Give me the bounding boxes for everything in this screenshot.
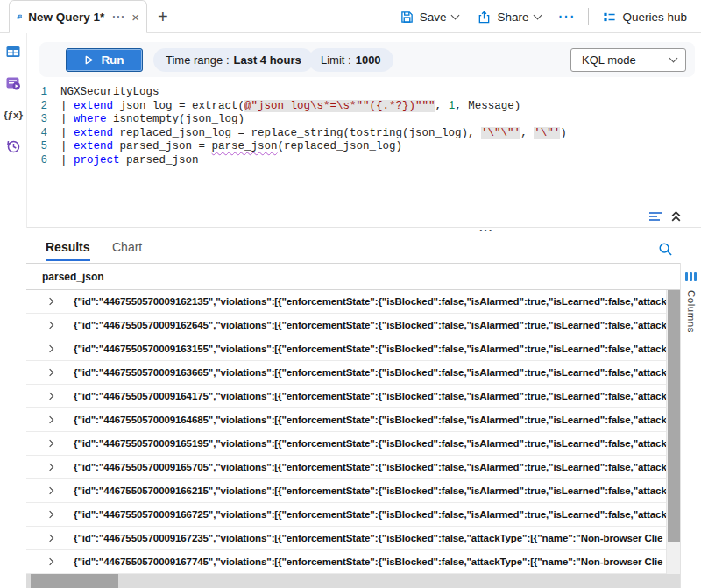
- vertical-scrollbar[interactable]: [666, 290, 680, 574]
- horizontal-scrollbar[interactable]: [26, 574, 680, 588]
- line-number: 6: [27, 154, 60, 168]
- code-text: | where isnotempty(json_log): [60, 113, 244, 127]
- line-number: 5: [27, 140, 60, 154]
- grid-header-row[interactable]: parsed_json: [26, 263, 680, 290]
- parsed-json-cell: {"id":"4467550570009162645","violations"…: [74, 320, 666, 330]
- code-text: NGXSecurityLogs: [60, 86, 159, 100]
- expand-chevron-icon[interactable]: [46, 298, 53, 305]
- view-options-button[interactable]: [648, 210, 664, 223]
- parsed-json-cell: {"id":"4467550570009162135","violations"…: [74, 296, 666, 307]
- share-chevron-down-icon[interactable]: [534, 11, 542, 19]
- panel-splitter[interactable]: ···: [27, 227, 701, 239]
- parsed-json-cell: {"id":"4467550570009164685","violations"…: [74, 414, 666, 425]
- query-editor-panel: Run Time range : Last 4 hours Limit : 10…: [27, 33, 701, 227]
- table-row[interactable]: {"id":"4467550570009165195","violations"…: [26, 432, 666, 456]
- query-tab[interactable]: New Query 1* ··· ×: [9, 0, 147, 33]
- vertical-scrollbar-thumb[interactable]: [668, 290, 680, 542]
- share-button[interactable]: Share: [472, 7, 546, 27]
- query-tab-icon: [17, 10, 22, 25]
- code-text: | extend parsed_json = parse_json(replac…: [60, 140, 402, 154]
- expand-chevron-icon[interactable]: [46, 558, 53, 565]
- expand-chevron-icon[interactable]: [46, 345, 53, 352]
- expand-chevron-icon[interactable]: [46, 393, 53, 400]
- parsed-json-cell: {"id":"4467550570009165705","violations"…: [74, 462, 666, 472]
- function-fx-icon: {ƒx}: [4, 110, 23, 120]
- expand-chevron-icon[interactable]: [46, 464, 53, 471]
- line-number: 2: [27, 100, 60, 114]
- code-line[interactable]: 1NGXSecurityLogs: [27, 86, 701, 100]
- limit-pill[interactable]: Limit : 1000: [308, 48, 393, 72]
- expand-chevron-icon[interactable]: [46, 416, 53, 423]
- code-text: | project parsed_json: [60, 154, 199, 168]
- time-range-label: Time range :: [166, 53, 230, 67]
- column-header-parsed-json[interactable]: parsed_json: [42, 271, 104, 283]
- code-line[interactable]: 3| where isnotempty(json_log): [27, 113, 701, 127]
- expand-chevron-icon[interactable]: [46, 487, 53, 494]
- splitter-drag-handle[interactable]: ···: [479, 223, 493, 237]
- tab-chart[interactable]: Chart: [112, 240, 142, 259]
- code-text: | extend json_log = extract(@"json_log\s…: [60, 100, 520, 114]
- history-clock-icon: [5, 138, 21, 154]
- double-chevron-up-icon: [670, 210, 682, 223]
- query-mode-select[interactable]: KQL mode: [570, 48, 686, 72]
- table-row[interactable]: {"id":"4467550570009167235","violations"…: [26, 527, 666, 550]
- line-number: 3: [27, 113, 60, 127]
- save-button[interactable]: Save: [395, 7, 464, 27]
- code-line[interactable]: 2| extend json_log = extract(@"json_log\…: [27, 100, 701, 114]
- code-line[interactable]: 4| extend replaced_json_log = replace_st…: [27, 127, 701, 141]
- actions-divider: [588, 8, 589, 25]
- tab-more-button[interactable]: ···: [112, 11, 125, 23]
- table-row[interactable]: {"id":"4467550570009167745","violations"…: [26, 550, 666, 574]
- table-row[interactable]: {"id":"4467550570009164175","violations"…: [26, 385, 666, 408]
- expand-chevron-icon[interactable]: [46, 535, 53, 542]
- table-row[interactable]: {"id":"4467550570009165705","violations"…: [26, 456, 666, 479]
- share-label: Share: [497, 11, 528, 24]
- table-row[interactable]: {"id":"4467550570009166215","violations"…: [26, 479, 666, 503]
- table-icon: [5, 44, 21, 60]
- parsed-json-cell: {"id":"4467550570009167745","violations"…: [74, 556, 662, 567]
- parsed-json-cell: {"id":"4467550570009166215","violations"…: [74, 485, 666, 496]
- table-row[interactable]: {"id":"4467550570009164685","violations"…: [26, 408, 666, 432]
- parsed-json-cell: {"id":"4467550570009163155","violations"…: [74, 344, 666, 354]
- code-text: | extend replaced_json_log = replace_str…: [60, 127, 567, 141]
- queries-hub-button[interactable]: Queries hub: [598, 7, 692, 27]
- collapse-panel-button[interactable]: [670, 210, 682, 223]
- list-lines-icon: [648, 210, 664, 223]
- expand-chevron-icon[interactable]: [46, 511, 53, 518]
- tab-results[interactable]: Results: [46, 240, 90, 261]
- table-row[interactable]: {"id":"4467550570009162135","violations"…: [26, 290, 666, 314]
- limit-label: Limit :: [321, 53, 351, 67]
- new-tab-button[interactable]: +: [158, 7, 168, 27]
- connections-button[interactable]: [0, 39, 26, 65]
- functions-button[interactable]: {ƒx}: [0, 102, 26, 128]
- query-toolbar: Run Time range : Last 4 hours Limit : 10…: [39, 42, 695, 77]
- tab-close-icon[interactable]: ×: [131, 11, 139, 24]
- run-button[interactable]: Run: [66, 48, 143, 72]
- results-tabs: Results Chart: [26, 239, 701, 263]
- saved-queries-button[interactable]: [0, 70, 26, 96]
- left-rail: {ƒx}: [0, 33, 26, 588]
- table-row[interactable]: {"id":"4467550570009166725","violations"…: [26, 503, 666, 527]
- code-editor[interactable]: 1NGXSecurityLogs2| extend json_log = ext…: [27, 86, 701, 167]
- more-actions-button[interactable]: ···: [555, 10, 579, 24]
- expand-chevron-icon[interactable]: [46, 369, 53, 376]
- query-history-button[interactable]: [0, 133, 26, 159]
- table-row[interactable]: {"id":"4467550570009163665","violations"…: [26, 361, 666, 385]
- table-row[interactable]: {"id":"4467550570009163155","violations"…: [26, 337, 666, 361]
- top-actions: Save Share ··· Queries hub: [395, 0, 692, 33]
- results-grid: {"id":"4467550570009162135","violations"…: [26, 290, 666, 574]
- code-line[interactable]: 6| project parsed_json: [27, 154, 701, 168]
- time-range-pill[interactable]: Time range : Last 4 hours: [153, 48, 314, 72]
- columns-side-panel[interactable]: Columns: [680, 263, 701, 588]
- line-number: 1: [27, 86, 60, 100]
- table-row[interactable]: {"id":"4467550570009162645","violations"…: [26, 314, 666, 337]
- code-line[interactable]: 5| extend parsed_json = parse_json(repla…: [27, 140, 701, 154]
- horizontal-scrollbar-thumb[interactable]: [31, 574, 118, 588]
- expand-chevron-icon[interactable]: [46, 440, 53, 447]
- search-results-button[interactable]: [658, 242, 673, 257]
- save-chevron-down-icon[interactable]: [451, 11, 460, 19]
- top-bar: New Query 1* ··· × + Save Share: [0, 0, 701, 33]
- save-label: Save: [420, 11, 447, 24]
- expand-chevron-icon[interactable]: [46, 322, 53, 329]
- parsed-json-cell: {"id":"4467550570009166725","violations"…: [74, 509, 666, 520]
